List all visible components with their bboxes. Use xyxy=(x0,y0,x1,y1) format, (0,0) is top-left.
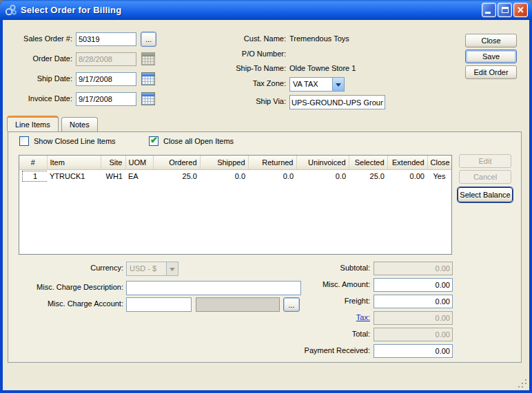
table-row[interactable]: 1 YTRUCK1 WH1 EA 25.0 0.0 0.0 0.0 25.0 0… xyxy=(19,169,451,182)
cell-returned: 0.0 xyxy=(248,169,296,182)
po-number-label: P/O Number: xyxy=(207,50,286,58)
tab-notes[interactable]: Notes xyxy=(61,117,98,131)
cell-selected: 25.0 xyxy=(349,169,387,182)
currency-value: USD - $ xyxy=(127,262,166,275)
cust-name-value: Tremendous Toys xyxy=(289,34,349,43)
currency-label: Currency: xyxy=(8,264,123,272)
misc-charge-description-label: Misc. Charge Description: xyxy=(8,283,123,291)
col-header-selected[interactable]: Selected xyxy=(349,156,387,169)
minimize-icon xyxy=(485,12,491,14)
col-header-shipped[interactable]: Shipped xyxy=(200,156,248,169)
total-field xyxy=(374,328,453,341)
payment-received-label: Payment Received: xyxy=(249,346,370,354)
col-header-uom[interactable]: UOM xyxy=(125,156,153,169)
payment-received-input[interactable] xyxy=(374,344,453,358)
maximize-icon xyxy=(502,7,509,13)
cell-uom: EA xyxy=(125,169,153,182)
tax-field xyxy=(374,311,453,325)
tab-line-items[interactable]: Line Items xyxy=(7,116,59,131)
sales-order-input[interactable] xyxy=(76,32,136,46)
save-button[interactable]: Save xyxy=(465,50,517,63)
minimize-button[interactable] xyxy=(482,3,496,17)
line-items-table: # Item Site UOM Ordered Shipped Returned… xyxy=(19,156,451,182)
cell-uninvoiced: 0.0 xyxy=(296,169,349,182)
titlebar[interactable]: Select Order for Billing ✕ xyxy=(0,0,532,20)
select-order-for-billing-window: Select Order for Billing ✕ Sales Order #… xyxy=(0,0,532,393)
show-closed-checkbox[interactable] xyxy=(19,136,29,146)
col-header-ordered[interactable]: Ordered xyxy=(153,156,200,169)
resize-grip[interactable] xyxy=(525,386,526,387)
order-date-label: Order Date: xyxy=(6,54,72,63)
close-all-checkbox[interactable]: ✔ xyxy=(149,136,158,146)
tax-zone-dropdown-icon[interactable] xyxy=(332,78,344,91)
ship-date-input[interactable] xyxy=(76,72,136,86)
col-header-site[interactable]: Site xyxy=(101,156,125,169)
col-header-extended[interactable]: Extended xyxy=(387,156,427,169)
ship-date-calendar-icon[interactable] xyxy=(141,72,155,85)
order-date-calendar-icon xyxy=(141,52,155,65)
misc-charge-account-label: Misc. Charge Account: xyxy=(8,299,123,308)
cell-extended: 0.00 xyxy=(387,169,427,182)
line-items-list: # Item Site UOM Ordered Shipped Returned… xyxy=(19,155,452,255)
cell-ordered: 25.0 xyxy=(153,169,200,182)
cell-close: Yes xyxy=(427,169,451,182)
cell-item: YTRUCK1 xyxy=(47,169,101,182)
invoice-date-calendar-icon[interactable] xyxy=(141,92,155,105)
misc-charge-account-input[interactable] xyxy=(126,297,192,312)
close-all-label: Close all Open Items xyxy=(163,137,234,145)
tax-link[interactable]: Tax: xyxy=(356,313,370,321)
freight-label: Freight: xyxy=(249,297,370,305)
currency-select: USD - $ xyxy=(126,262,178,276)
maximize-button[interactable] xyxy=(498,3,512,17)
close-button[interactable]: Close xyxy=(465,34,517,47)
total-label: Total: xyxy=(249,330,370,338)
col-header-uninvoiced[interactable]: Uninvoiced xyxy=(296,156,349,169)
misc-amount-input[interactable] xyxy=(374,278,453,292)
cell-shipped: 0.0 xyxy=(200,169,248,182)
close-icon: ✕ xyxy=(514,4,527,16)
edit-order-button[interactable]: Edit Order xyxy=(465,65,517,79)
col-header-close[interactable]: Close xyxy=(427,156,451,169)
freight-input[interactable] xyxy=(374,295,453,308)
misc-amount-label: Misc. Amount: xyxy=(249,280,370,288)
invoice-date-input[interactable] xyxy=(76,92,136,106)
cancel-button[interactable]: Cancel xyxy=(459,170,511,184)
line-items-pane: Show Closed Line Items ✔ Close all Open … xyxy=(8,131,522,363)
sales-order-browse-button[interactable]: ... xyxy=(141,32,156,47)
check-icon: ✔ xyxy=(150,135,158,145)
window-title: Select Order for Billing xyxy=(21,5,121,15)
tax-zone-select[interactable]: VA TAX xyxy=(289,77,345,92)
subtotal-label: Subtotal: xyxy=(249,264,370,272)
dialog-body: Sales Order #: ... Order Date: Ship Date… xyxy=(3,20,529,390)
invoice-date-label: Invoice Date: xyxy=(6,94,72,103)
app-icon xyxy=(5,4,17,16)
currency-dropdown-icon xyxy=(166,262,178,275)
order-date-input xyxy=(76,52,136,66)
select-balance-button[interactable]: Select Balance xyxy=(458,187,513,202)
table-header-row: # Item Site UOM Ordered Shipped Returned… xyxy=(19,156,451,169)
row-number: 1 xyxy=(22,171,47,182)
cust-name-label: Cust. Name: xyxy=(207,34,286,43)
ship-via-input[interactable] xyxy=(289,95,385,109)
tax-zone-value: VA TAX xyxy=(290,78,332,91)
cell-site: WH1 xyxy=(101,169,125,182)
ship-to-name-label: Ship-To Name: xyxy=(207,64,286,72)
col-header-item[interactable]: Item xyxy=(47,156,101,169)
ship-date-label: Ship Date: xyxy=(6,74,72,83)
ship-to-name-value: Olde Towne Store 1 xyxy=(289,64,356,72)
col-header-num[interactable]: # xyxy=(19,156,47,169)
subtotal-field xyxy=(374,262,453,275)
edit-button[interactable]: Edit xyxy=(459,154,511,168)
show-closed-label: Show Closed Line Items xyxy=(34,137,116,145)
tax-link-wrap: Tax: xyxy=(249,313,370,321)
col-header-returned[interactable]: Returned xyxy=(248,156,296,169)
close-window-button[interactable]: ✕ xyxy=(513,3,528,17)
sales-order-label: Sales Order #: xyxy=(6,34,72,43)
ship-via-label: Ship Via: xyxy=(207,97,286,105)
tax-zone-label: Tax Zone: xyxy=(207,79,286,87)
